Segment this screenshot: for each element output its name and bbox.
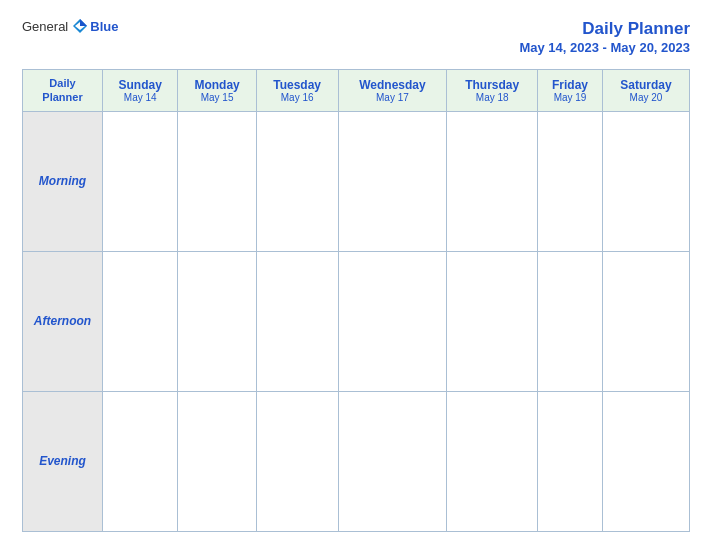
page-title: Daily Planner: [519, 18, 690, 40]
day-name-2: Tuesday: [261, 78, 334, 92]
cell-evening-sat[interactable]: [602, 391, 689, 531]
day-name-6: Saturday: [607, 78, 685, 92]
date-range: May 14, 2023 - May 20, 2023: [519, 40, 690, 55]
day-date-3: May 17: [343, 92, 443, 103]
day-name-0: Sunday: [107, 78, 173, 92]
title-area: Daily Planner May 14, 2023 - May 20, 202…: [519, 18, 690, 55]
header: General Blue Daily Planner May 14, 2023 …: [22, 18, 690, 55]
cell-evening-mon[interactable]: [178, 391, 256, 531]
cell-afternoon-tue[interactable]: [256, 251, 338, 391]
logo-blue-text: Blue: [90, 19, 118, 34]
logo: General Blue: [22, 18, 118, 34]
table-header-row: DailyPlanner Sunday May 14 Monday May 15…: [23, 70, 690, 112]
table-row-morning: Morning: [23, 111, 690, 251]
cell-afternoon-wed[interactable]: [338, 251, 447, 391]
table-row-afternoon: Afternoon: [23, 251, 690, 391]
logo-general-text: General: [22, 19, 68, 34]
row-label-morning: Morning: [23, 111, 103, 251]
table-header-label: DailyPlanner: [23, 70, 103, 112]
day-date-5: May 19: [542, 92, 598, 103]
cell-morning-thu[interactable]: [447, 111, 538, 251]
cell-afternoon-sat[interactable]: [602, 251, 689, 391]
calendar-table: DailyPlanner Sunday May 14 Monday May 15…: [22, 69, 690, 532]
day-date-1: May 15: [182, 92, 251, 103]
cell-afternoon-mon[interactable]: [178, 251, 256, 391]
cell-evening-thu[interactable]: [447, 391, 538, 531]
cell-morning-tue[interactable]: [256, 111, 338, 251]
cell-afternoon-thu[interactable]: [447, 251, 538, 391]
page: General Blue Daily Planner May 14, 2023 …: [0, 0, 712, 550]
col-header-tuesday: Tuesday May 16: [256, 70, 338, 112]
cell-morning-fri[interactable]: [538, 111, 603, 251]
svg-marker-2: [80, 19, 87, 26]
day-date-4: May 18: [451, 92, 533, 103]
cell-evening-sun[interactable]: [103, 391, 178, 531]
cell-evening-tue[interactable]: [256, 391, 338, 531]
cell-morning-sat[interactable]: [602, 111, 689, 251]
cell-morning-mon[interactable]: [178, 111, 256, 251]
row-label-evening: Evening: [23, 391, 103, 531]
day-name-1: Monday: [182, 78, 251, 92]
col-header-sunday: Sunday May 14: [103, 70, 178, 112]
day-name-4: Thursday: [451, 78, 533, 92]
table-row-evening: Evening: [23, 391, 690, 531]
col-header-saturday: Saturday May 20: [602, 70, 689, 112]
day-name-5: Friday: [542, 78, 598, 92]
col-header-wednesday: Wednesday May 17: [338, 70, 447, 112]
day-date-6: May 20: [607, 92, 685, 103]
col-header-monday: Monday May 15: [178, 70, 256, 112]
day-date-2: May 16: [261, 92, 334, 103]
col-header-thursday: Thursday May 18: [447, 70, 538, 112]
logo-area: General Blue: [22, 18, 118, 34]
cell-evening-fri[interactable]: [538, 391, 603, 531]
day-date-0: May 14: [107, 92, 173, 103]
col-header-friday: Friday May 19: [538, 70, 603, 112]
cell-afternoon-sun[interactable]: [103, 251, 178, 391]
row-label-afternoon: Afternoon: [23, 251, 103, 391]
logo-icon: [72, 18, 88, 34]
cell-evening-wed[interactable]: [338, 391, 447, 531]
cell-morning-sun[interactable]: [103, 111, 178, 251]
daily-planner-label: DailyPlanner: [42, 77, 82, 103]
day-name-3: Wednesday: [343, 78, 443, 92]
cell-morning-wed[interactable]: [338, 111, 447, 251]
cell-afternoon-fri[interactable]: [538, 251, 603, 391]
